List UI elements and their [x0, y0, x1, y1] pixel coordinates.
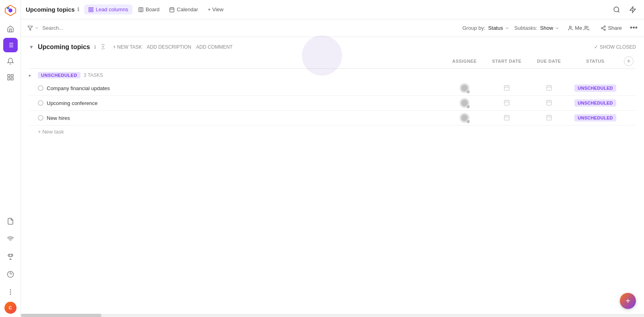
sidebar-item-trophy[interactable] [3, 249, 18, 264]
task-status-dot[interactable] [38, 115, 43, 121]
new-task-button[interactable]: + NEW TASK [113, 44, 142, 50]
grid-icon [88, 7, 94, 12]
svg-line-41 [603, 27, 604, 27]
sidebar-item-bell[interactable] [3, 54, 18, 68]
task-name[interactable]: Upcoming conference [47, 100, 444, 106]
me-button[interactable]: Me [564, 23, 592, 33]
group-settings-icon[interactable] [100, 44, 106, 51]
task-name[interactable]: Company financial updates [47, 85, 444, 91]
table-row: New hires UNSCHEDULED [29, 111, 636, 126]
group-info-icon[interactable]: ℹ [94, 44, 96, 50]
svg-marker-34 [28, 26, 33, 30]
more-options-button[interactable]: ••• [630, 24, 638, 32]
checkmark-icon: ✓ [594, 44, 598, 50]
show-closed-button[interactable]: ✓ SHOW CLOSED [594, 44, 636, 50]
sidebar-item-home[interactable] [3, 22, 18, 36]
svg-rect-12 [8, 78, 10, 80]
task-table: ASSIGNEE START DATE DUE DATE STATUS + ▸ … [21, 54, 644, 136]
col-due-date-header: DUE DATE [529, 59, 569, 64]
task-status-badge: UNSCHEDULED [574, 99, 616, 107]
svg-rect-59 [504, 115, 509, 120]
task-status-dot[interactable] [38, 100, 43, 106]
task-name[interactable]: New hires [47, 115, 444, 121]
app-logo[interactable] [3, 3, 18, 18]
subtasks-control[interactable]: Subtasks: Show [514, 25, 560, 31]
toolbar-right: Group by: Status Subtasks: Show Me Share… [462, 23, 638, 33]
add-description-button[interactable]: ADD DESCRIPTION [147, 44, 192, 50]
filter-icon [27, 25, 33, 31]
search-input[interactable] [42, 25, 123, 31]
sidebar-item-list[interactable] [3, 38, 18, 52]
svg-rect-51 [504, 100, 509, 105]
assignee-avatar [460, 113, 469, 123]
task-status-dot[interactable] [38, 85, 43, 91]
svg-rect-22 [91, 10, 93, 12]
sidebar-item-more[interactable] [3, 285, 18, 299]
task-status-badge: UNSCHEDULED [574, 84, 616, 92]
add-column-button[interactable]: + [624, 56, 634, 66]
svg-rect-27 [170, 8, 174, 12]
due-date-cell[interactable] [529, 84, 569, 92]
svg-rect-9 [8, 74, 10, 76]
group-collapse-button[interactable]: ▼ [29, 44, 34, 50]
task-count: 3 TASKS [84, 72, 103, 78]
subtasks-value: Show [540, 25, 553, 31]
svg-rect-55 [547, 100, 551, 105]
sidebar-item-doc[interactable] [3, 214, 18, 228]
svg-marker-33 [630, 6, 636, 12]
chevron-down-icon [35, 26, 39, 30]
assignee-cell[interactable] [444, 113, 485, 123]
svg-rect-23 [89, 10, 90, 12]
start-date-cell[interactable] [485, 114, 529, 122]
tab-board[interactable]: Board [134, 4, 164, 14]
svg-point-38 [601, 27, 603, 29]
assignee-cell[interactable] [444, 83, 485, 93]
search-icon-button[interactable] [610, 3, 623, 16]
board-icon [138, 7, 144, 12]
tab-calendar[interactable]: Calendar [165, 4, 202, 14]
status-cell[interactable]: UNSCHEDULED [569, 84, 621, 92]
col-start-date-header: START DATE [485, 59, 529, 64]
group-by-control[interactable]: Group by: Status [462, 25, 510, 31]
due-date-calendar-icon [546, 99, 552, 107]
due-date-cell[interactable] [529, 99, 569, 107]
start-date-cell[interactable] [485, 99, 529, 107]
start-date-cell[interactable] [485, 84, 529, 92]
col-assignee-header: ASSIGNEE [444, 59, 485, 64]
scrollbar[interactable] [21, 314, 644, 317]
share-button[interactable]: Share [597, 23, 625, 33]
sidebar-item-help[interactable] [3, 267, 18, 282]
topbar: Upcoming topics ℹ Lead columns Board Cal… [21, 0, 644, 19]
filter-button[interactable] [27, 25, 39, 31]
tab-lead-columns[interactable]: Lead columns [84, 4, 132, 14]
avatar[interactable]: C [4, 302, 17, 314]
svg-rect-11 [11, 78, 13, 80]
start-date-calendar-icon [504, 84, 510, 92]
me-label: Me [575, 25, 582, 31]
fab-button[interactable]: + [620, 293, 636, 309]
assignee-cell[interactable] [444, 98, 485, 108]
status-group-collapse-button[interactable]: ▸ [29, 73, 31, 78]
tab-add-view[interactable]: + View [204, 4, 227, 14]
share-icon [601, 25, 606, 31]
col-status-header: STATUS [569, 59, 621, 64]
status-cell[interactable]: UNSCHEDULED [569, 99, 621, 107]
svg-rect-43 [504, 85, 509, 90]
svg-point-1 [8, 8, 12, 12]
title-info-icon[interactable]: ℹ [77, 6, 79, 12]
svg-rect-47 [547, 85, 551, 90]
page-title-area: Upcoming topics ℹ [26, 6, 79, 13]
page-title: Upcoming topics [26, 6, 75, 13]
svg-point-17 [10, 290, 11, 290]
new-task-row[interactable]: + New task [29, 126, 636, 136]
status-cell[interactable]: UNSCHEDULED [569, 114, 621, 121]
sidebar-item-apps[interactable] [3, 70, 18, 84]
calendar-icon [169, 7, 175, 12]
lightning-icon-button[interactable] [626, 3, 639, 16]
tab-add-view-label: + View [208, 6, 223, 12]
scrollbar-thumb[interactable] [21, 314, 101, 317]
svg-rect-21 [91, 7, 93, 9]
sidebar-item-signal[interactable] [3, 232, 18, 246]
add-comment-button[interactable]: ADD COMMENT [196, 44, 233, 50]
due-date-cell[interactable] [529, 114, 569, 122]
